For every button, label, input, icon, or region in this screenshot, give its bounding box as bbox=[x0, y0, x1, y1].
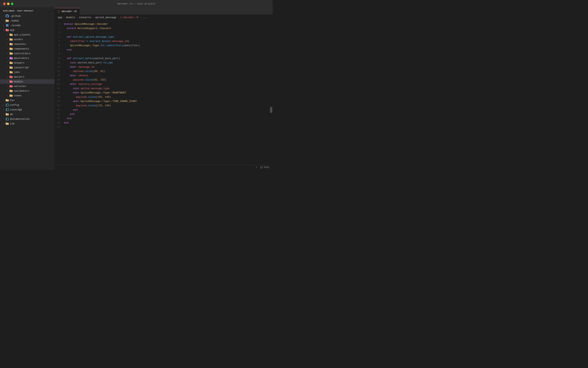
sidebar-item-app[interactable]: app bbox=[0, 28, 54, 32]
sidebar-item-vscode[interactable]: .vscode bbox=[0, 23, 54, 28]
line-number: 14 bbox=[54, 78, 64, 81]
sidebar-item-coverage[interactable]: coverage bbox=[0, 107, 54, 112]
code-line: 24end bbox=[54, 120, 273, 125]
code-line: 13 when :deveui bbox=[54, 73, 273, 78]
breadcrumb-app[interactable]: app bbox=[58, 16, 62, 19]
line-content: module UplinkMessage::Decoder bbox=[64, 23, 108, 26]
sidebar-item-models[interactable]: models bbox=[0, 79, 54, 84]
sidebar-item-github[interactable]: .github bbox=[0, 14, 54, 18]
line-number: 21 bbox=[54, 109, 64, 111]
documentation-label: documentation bbox=[10, 118, 30, 120]
breadcrumb-ellipsis[interactable]: ... bbox=[142, 16, 147, 19]
language-status[interactable]: {} Ruby bbox=[260, 166, 270, 169]
bracket-icon: {} bbox=[260, 166, 263, 169]
views-folder-icon bbox=[9, 94, 13, 97]
line-content: payload.slice(170, 190) bbox=[64, 104, 111, 107]
api_clients-folder-icon bbox=[9, 33, 13, 37]
code-line: 15 when :battery_voltage bbox=[54, 82, 273, 86]
sidebar-item-bin[interactable]: bin bbox=[0, 98, 54, 102]
coverage-folder-icon bbox=[5, 108, 9, 111]
kamal-chevron bbox=[1, 19, 5, 23]
jobs-folder-icon bbox=[9, 70, 13, 74]
sidebar-item-assets[interactable]: assets bbox=[0, 37, 54, 42]
sidebar-item-channels[interactable]: channels bbox=[0, 42, 54, 46]
breadcrumb-concerns[interactable]: concerns bbox=[79, 16, 91, 19]
javascript-folder-icon bbox=[9, 66, 13, 69]
line-number: 4 bbox=[54, 36, 64, 38]
close-button[interactable] bbox=[3, 2, 6, 5]
line-content: identifier = extract_bytes(:message_id) bbox=[64, 40, 129, 43]
breadcrumb-uplink-message[interactable]: uplink_message bbox=[95, 16, 116, 19]
line-number: 1 bbox=[54, 23, 64, 26]
jobs-label: jobs bbox=[14, 71, 20, 74]
services-label: services bbox=[14, 85, 26, 88]
sidebar-header: EXPLORER: TEST-PROJECT bbox=[0, 7, 54, 14]
mailers-label: mailers bbox=[14, 75, 25, 78]
sidebar-item-components[interactable]: components bbox=[0, 46, 54, 51]
line-content: end bbox=[64, 121, 68, 124]
components-label: components bbox=[14, 47, 29, 50]
sidebar-item-jobs[interactable]: jobs bbox=[0, 70, 54, 74]
sidebar-item-decorators[interactable]: decorators bbox=[0, 56, 54, 60]
javascript-label: javascript bbox=[14, 66, 29, 69]
breadcrumb-file[interactable]: decoder.rb bbox=[123, 16, 139, 19]
sidebar-item-config[interactable]: config bbox=[0, 102, 54, 107]
code-editor[interactable]: 1module UplinkMessage::Decoder2 extend A… bbox=[54, 20, 273, 165]
code-line: 5 identifier = extract_bytes(:message_id… bbox=[54, 39, 273, 43]
main-layout: EXPLORER: TEST-PROJECT .github.kamal.vsc… bbox=[0, 7, 273, 170]
code-line: 17 when UplinkMessage::Type::HEARTBEAT bbox=[54, 91, 273, 95]
line-content: UplinkMessage::Type.for_identifier(ident… bbox=[64, 44, 140, 47]
controllers-folder-icon bbox=[9, 52, 13, 55]
minimize-button[interactable] bbox=[7, 2, 9, 5]
sidebar-item-javascript[interactable]: javascript bbox=[0, 65, 54, 70]
line-content: case wanted_data_part.to_sym bbox=[64, 61, 113, 64]
scroll-indicator bbox=[270, 107, 272, 113]
jobs-chevron bbox=[5, 70, 9, 74]
tab-decoder-rb[interactable]: ⬡ decoder.rb bbox=[54, 8, 80, 15]
line-number: 23 bbox=[54, 117, 64, 120]
sidebar-item-kamal[interactable]: .kamal bbox=[0, 18, 54, 23]
code-line: 9 def extract_bytes(wanted_data_part) bbox=[54, 56, 273, 60]
sidebar-item-mailers[interactable]: mailers bbox=[0, 74, 54, 79]
decorators-chevron bbox=[5, 56, 9, 60]
code-line: 14 payload.slice(92, 102) bbox=[54, 78, 273, 82]
lib-folder-icon bbox=[5, 122, 9, 125]
assets-label: assets bbox=[14, 38, 23, 41]
code-line: 18 payload.slice(150, 160) bbox=[54, 95, 273, 99]
sidebar-item-db[interactable]: db bbox=[0, 112, 54, 117]
indent-status[interactable]: ⇥ bbox=[256, 166, 257, 169]
language-label: Ruby bbox=[264, 166, 270, 169]
line-content: end bbox=[64, 48, 71, 51]
sidebar-item-controllers[interactable]: controllers bbox=[0, 51, 54, 56]
assets-folder-icon bbox=[9, 38, 13, 41]
models-folder-icon bbox=[9, 80, 13, 83]
sidebar-item-helpers[interactable]: helpers bbox=[0, 60, 54, 65]
line-number: 20 bbox=[54, 104, 64, 107]
app-label: app bbox=[10, 29, 14, 32]
app-chevron bbox=[1, 28, 5, 32]
services-folder-icon bbox=[9, 84, 13, 88]
line-content: case uplink_message_type bbox=[64, 87, 109, 90]
vscode-chevron bbox=[1, 23, 5, 27]
line-content: when :battery_voltage bbox=[64, 83, 102, 86]
sidebar-item-services[interactable]: services bbox=[0, 84, 54, 89]
line-content: payload.slice(90, 92) bbox=[64, 70, 105, 73]
line-number: 25 bbox=[54, 126, 64, 129]
maximize-button[interactable] bbox=[11, 2, 13, 5]
ruby-file-icon: ⬡ bbox=[58, 10, 60, 13]
sidebar-item-views[interactable]: views bbox=[0, 93, 54, 98]
line-number: 3 bbox=[54, 31, 64, 34]
services-chevron bbox=[5, 84, 9, 88]
sidebar-item-documentation[interactable]: documentation bbox=[0, 117, 54, 121]
sidebar-item-validators[interactable]: validators bbox=[0, 89, 54, 93]
code-line: 1module UplinkMessage::Decoder bbox=[54, 22, 273, 26]
sidebar-item-api_clients[interactable]: api_clients bbox=[0, 32, 54, 37]
line-number: 11 bbox=[54, 65, 64, 68]
breadcrumb-models[interactable]: models bbox=[66, 16, 75, 19]
code-line: 20 payload.slice(170, 190) bbox=[54, 103, 273, 108]
line-number: 19 bbox=[54, 100, 64, 103]
line-number: 13 bbox=[54, 74, 64, 77]
vscode-label: .vscode bbox=[10, 24, 21, 27]
tab-bar: ⬡ decoder.rb bbox=[54, 7, 273, 15]
sidebar-item-lib[interactable]: lib bbox=[0, 121, 54, 126]
